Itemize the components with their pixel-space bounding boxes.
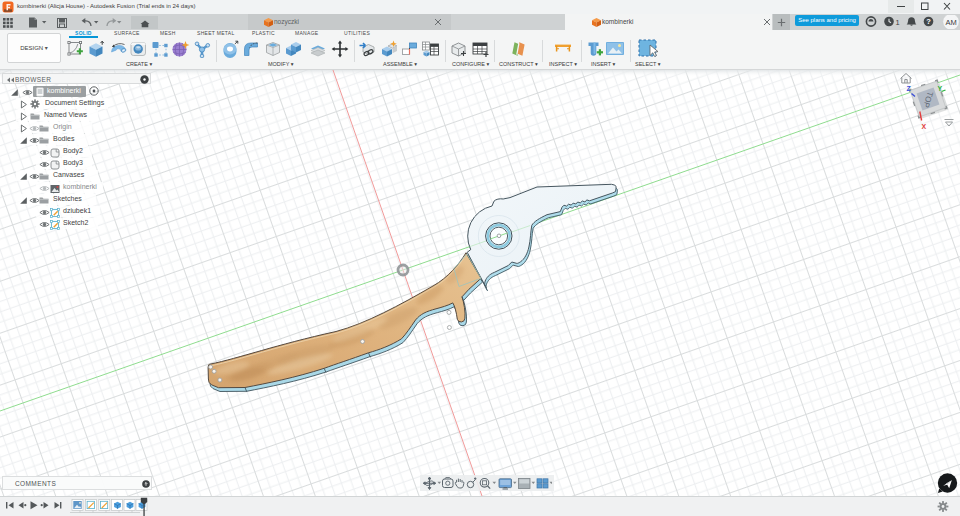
svg-text:AM: AM (945, 18, 956, 27)
svg-text:?: ? (926, 17, 931, 26)
svg-text:1: 1 (896, 18, 900, 27)
svg-text:X: X (922, 123, 927, 130)
svg-text:Y: Y (938, 85, 943, 92)
svg-text:Z: Z (907, 85, 912, 92)
